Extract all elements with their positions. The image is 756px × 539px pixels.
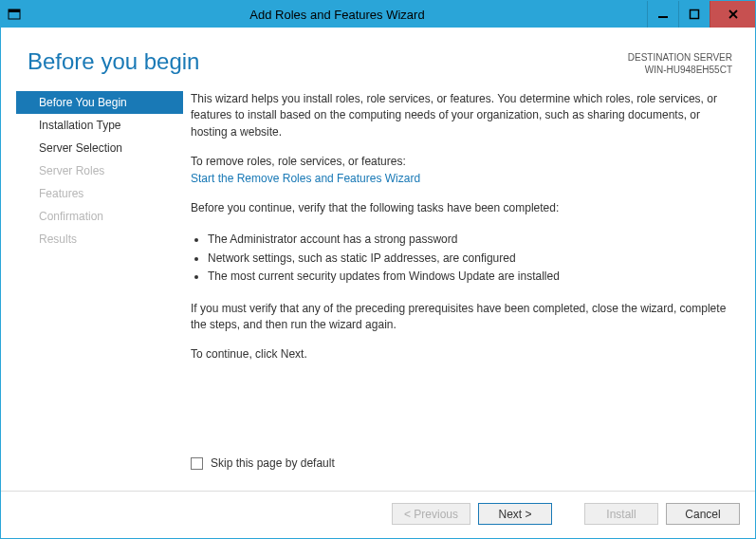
previous-button: < Previous [392, 503, 470, 525]
nav-installation-type[interactable]: Installation Type [16, 114, 183, 137]
svg-rect-3 [691, 10, 699, 19]
skip-row: Skip this page by default [191, 448, 732, 491]
close-button[interactable] [710, 1, 755, 28]
window-controls [647, 1, 755, 28]
verify-lead: Before you continue, verify that the fol… [191, 200, 732, 216]
install-button: Install [584, 503, 658, 525]
prereq-list: The Administrator account has a strong p… [191, 230, 732, 287]
wizard-body: Before you begin DESTINATION SERVER WIN-… [1, 28, 755, 538]
prereq-item: The Administrator account has a strong p… [208, 232, 732, 248]
nav-server-roles: Server Roles [16, 159, 183, 182]
close-note: If you must verify that any of the prece… [191, 301, 732, 334]
wizard-window: Add Roles and Features Wizard Before you… [0, 0, 756, 539]
nav-features: Features [16, 182, 183, 205]
footer: < Previous Next > Install Cancel [1, 492, 755, 538]
svg-rect-2 [658, 16, 668, 18]
skip-checkbox[interactable] [191, 457, 203, 470]
intro-text: This wizard helps you install roles, rol… [191, 91, 732, 140]
minimize-button[interactable] [647, 1, 678, 28]
nav-results: Results [16, 228, 183, 251]
page-title: Before you begin [28, 48, 199, 75]
nav-confirmation: Confirmation [16, 205, 183, 228]
prereq-item: Network settings, such as static IP addr… [208, 251, 732, 267]
continue-note: To continue, click Next. [191, 346, 732, 362]
svg-rect-1 [9, 9, 20, 12]
next-button[interactable]: Next > [478, 503, 552, 525]
titlebar: Add Roles and Features Wizard [1, 1, 755, 28]
cancel-button[interactable]: Cancel [666, 503, 740, 525]
nav-server-selection[interactable]: Server Selection [16, 137, 183, 159]
prereq-item: The most current security updates from W… [208, 269, 732, 285]
app-icon [1, 1, 28, 28]
remove-wizard-link[interactable]: Start the Remove Roles and Features Wiza… [191, 172, 420, 185]
maximize-button[interactable] [678, 1, 710, 28]
destination-server-value: WIN-HU948EH55CT [628, 65, 732, 77]
header-row: Before you begin DESTINATION SERVER WIN-… [1, 28, 755, 84]
window-title: Add Roles and Features Wizard [28, 1, 647, 28]
step-nav: Before You Begin Installation Type Serve… [16, 91, 183, 491]
destination-server-block: DESTINATION SERVER WIN-HU948EH55CT [628, 48, 732, 76]
destination-server-label: DESTINATION SERVER [628, 52, 732, 65]
footer-spacer [560, 503, 577, 525]
content-area: This wizard helps you install roles, rol… [183, 91, 732, 491]
skip-label: Skip this page by default [211, 455, 335, 472]
remove-lead: To remove roles, role services, or featu… [191, 154, 732, 170]
middle-row: Before You Begin Installation Type Serve… [1, 84, 755, 491]
nav-before-you-begin[interactable]: Before You Begin [16, 91, 183, 114]
